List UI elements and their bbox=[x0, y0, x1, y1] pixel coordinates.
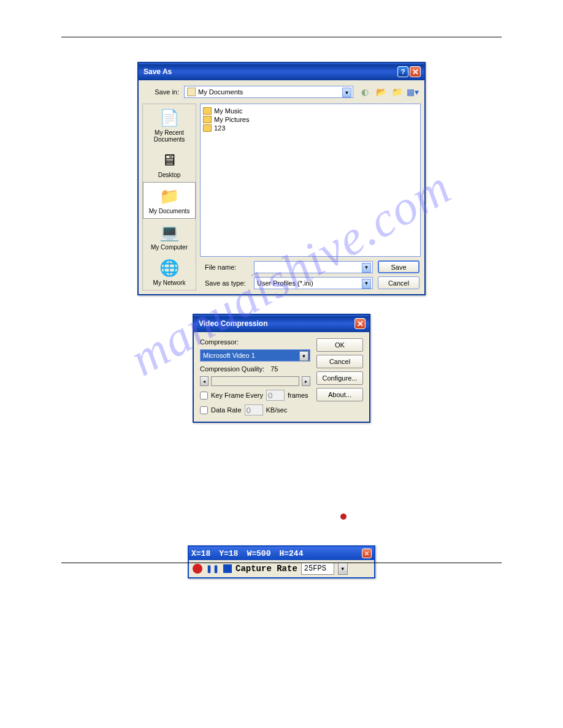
capture-x: X=18 bbox=[191, 549, 210, 558]
savein-dropdown[interactable]: My Documents ▼ bbox=[184, 86, 353, 98]
up-folder-icon[interactable]: 📂 bbox=[374, 85, 388, 99]
place-network-label: My Network bbox=[144, 279, 194, 286]
saveastype-value: User Profiles (*.ini) bbox=[257, 279, 313, 287]
slider-right-icon[interactable]: ▸ bbox=[302, 376, 310, 386]
saveastype-label: Save as type: bbox=[205, 279, 249, 287]
datarate-checkbox[interactable] bbox=[200, 406, 208, 414]
vc-title: Video Compression bbox=[199, 319, 267, 328]
capture-rate-value: 25FPS bbox=[304, 564, 326, 573]
configure-button[interactable]: Configure... bbox=[316, 371, 363, 385]
capture-w: W=500 bbox=[247, 549, 270, 558]
new-folder-icon[interactable]: 📁 bbox=[390, 85, 404, 99]
top-rule bbox=[61, 37, 502, 37]
red-dot-icon bbox=[340, 514, 347, 520]
chevron-down-icon[interactable]: ▼ bbox=[338, 563, 348, 575]
capture-rate-label: Capture Rate bbox=[236, 564, 297, 574]
datarate-unit: KB/sec bbox=[266, 406, 288, 414]
keyframe-checkbox[interactable] bbox=[200, 392, 208, 400]
file-name: 123 bbox=[214, 124, 225, 132]
savein-label: Save in: bbox=[144, 88, 179, 96]
cancel-button[interactable]: Cancel bbox=[316, 355, 363, 368]
capture-h: H=244 bbox=[279, 549, 303, 558]
filename-input[interactable]: ▼ bbox=[254, 261, 373, 273]
help-button[interactable]: ? bbox=[397, 66, 408, 77]
place-desktop-label: Desktop bbox=[144, 172, 194, 178]
chevron-down-icon[interactable]: ▼ bbox=[342, 88, 351, 97]
slider-left-icon[interactable]: ◂ bbox=[200, 376, 209, 386]
compressor-dropdown[interactable]: Microsoft Video 1 ▼ bbox=[200, 349, 310, 362]
documents-icon: 📁 bbox=[159, 186, 179, 206]
place-recent[interactable]: 📄 My Recent Documents bbox=[143, 104, 196, 146]
desktop-icon: 🖥 bbox=[159, 150, 179, 170]
saveas-title: Save As bbox=[144, 67, 172, 76]
datarate-label: Data Rate bbox=[211, 406, 242, 414]
place-documents[interactable]: 📁 My Documents bbox=[143, 182, 196, 219]
saveas-dialog: Save As ? ✕ Save in: My Documents ▼ ◐ 📂 … bbox=[137, 62, 426, 295]
place-computer-label: My Computer bbox=[144, 244, 194, 251]
list-item[interactable]: My Pictures bbox=[203, 115, 418, 124]
chevron-down-icon[interactable]: ▼ bbox=[362, 263, 371, 273]
capture-statusbar: X=18 Y=18 W=500 H=244 ✕ bbox=[189, 547, 374, 560]
close-button[interactable]: ✕ bbox=[362, 548, 372, 558]
savein-value: My Documents bbox=[198, 88, 243, 96]
pause-button[interactable]: ❚❚ bbox=[206, 564, 220, 573]
vc-titlebar: Video Compression ✕ bbox=[194, 315, 369, 332]
saveastype-dropdown[interactable]: User Profiles (*.ini) ▼ bbox=[254, 277, 373, 289]
ok-button[interactable]: OK bbox=[316, 338, 363, 352]
compressor-value: Microsoft Video 1 bbox=[203, 352, 255, 359]
quality-slider[interactable]: ◂ ▸ bbox=[200, 376, 310, 386]
network-icon: 🌐 bbox=[159, 258, 179, 278]
back-icon[interactable]: ◐ bbox=[358, 85, 372, 99]
compressor-label: Compressor: bbox=[200, 338, 310, 346]
saveas-titlebar: Save As ? ✕ bbox=[139, 63, 424, 80]
video-compression-dialog: Video Compression ✕ Compressor: Microsof… bbox=[193, 314, 370, 423]
places-bar: 📄 My Recent Documents 🖥 Desktop 📁 My Doc… bbox=[142, 104, 196, 290]
filename-label: File name: bbox=[205, 264, 249, 271]
quality-label: Compression Quality: bbox=[200, 365, 264, 373]
folder-icon bbox=[203, 124, 212, 132]
file-list[interactable]: My Music My Pictures 123 bbox=[200, 104, 421, 257]
chevron-down-icon[interactable]: ▼ bbox=[362, 279, 371, 289]
capture-y: Y=18 bbox=[219, 549, 238, 558]
place-documents-label: My Documents bbox=[145, 208, 194, 214]
quality-value: 75 bbox=[270, 365, 278, 373]
datarate-input[interactable] bbox=[245, 404, 263, 415]
place-desktop[interactable]: 🖥 Desktop bbox=[143, 146, 196, 182]
cancel-button[interactable]: Cancel bbox=[378, 276, 419, 289]
close-button[interactable]: ✕ bbox=[354, 318, 366, 329]
about-button[interactable]: About... bbox=[316, 388, 363, 401]
capture-rate-input[interactable]: 25FPS bbox=[301, 563, 334, 575]
keyframe-input[interactable] bbox=[266, 390, 285, 401]
bottom-rule bbox=[61, 563, 502, 563]
save-button[interactable]: Save bbox=[378, 260, 419, 273]
record-button[interactable] bbox=[193, 564, 202, 574]
place-recent-label: My Recent Documents bbox=[144, 129, 194, 143]
list-item[interactable]: 123 bbox=[203, 124, 418, 132]
folder-icon bbox=[203, 107, 212, 115]
slider-track[interactable] bbox=[211, 376, 299, 386]
computer-icon: 💻 bbox=[159, 222, 179, 242]
view-menu-icon[interactable]: ▦▾ bbox=[406, 85, 419, 99]
file-name: My Pictures bbox=[214, 116, 249, 123]
list-item[interactable]: My Music bbox=[203, 107, 418, 115]
close-button[interactable]: ✕ bbox=[410, 66, 421, 77]
file-name: My Music bbox=[214, 107, 242, 115]
chevron-down-icon[interactable]: ▼ bbox=[299, 351, 308, 361]
place-computer[interactable]: 💻 My Computer bbox=[143, 219, 196, 254]
keyframe-label: Key Frame Every bbox=[211, 392, 263, 399]
keyframe-unit: frames bbox=[288, 392, 308, 399]
stop-button[interactable] bbox=[223, 564, 232, 573]
folder-icon bbox=[203, 116, 212, 123]
recent-icon: 📄 bbox=[159, 108, 179, 127]
folder-icon bbox=[187, 88, 196, 96]
place-network[interactable]: 🌐 My Network bbox=[143, 254, 196, 290]
